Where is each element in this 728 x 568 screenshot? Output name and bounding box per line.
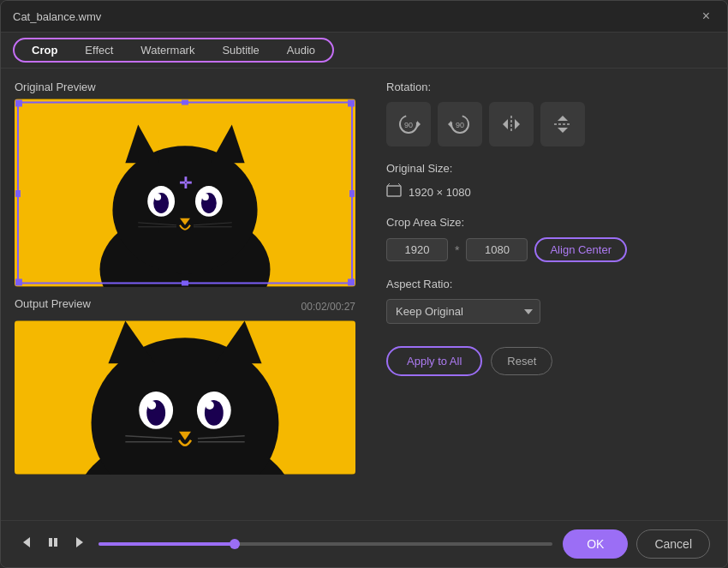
align-center-button[interactable]: Align Center <box>534 237 627 262</box>
svg-rect-22 <box>182 100 188 105</box>
original-preview-label: Original Preview <box>15 81 355 93</box>
original-size-section: Original Size: 1920 × 1080 <box>386 162 710 200</box>
crop-area-label: Crop Area Size: <box>386 216 710 229</box>
title-bar: Cat_balance.wmv × <box>1 1 727 33</box>
svg-rect-20 <box>15 278 22 285</box>
dialog-container: Cat_balance.wmv × Crop Effect Watermark … <box>0 0 728 568</box>
svg-point-2 <box>112 146 257 273</box>
close-button[interactable]: × <box>697 8 715 25</box>
play-prev-button[interactable] <box>18 535 37 553</box>
aspect-ratio-select[interactable]: Keep Original 16:9 4:3 1:1 <box>386 299 540 324</box>
svg-marker-44 <box>417 121 421 128</box>
tabs-row: Crop Effect Watermark Subtitle Audio <box>1 33 727 69</box>
output-timer: 00:02/00:27 <box>301 301 355 313</box>
output-preview-section: Output Preview 00:02/00:27 <box>15 297 355 475</box>
output-header: Output Preview 00:02/00:27 <box>15 297 355 315</box>
play-pause-button[interactable] <box>44 535 63 553</box>
svg-rect-21 <box>348 278 355 285</box>
svg-rect-24 <box>15 190 21 197</box>
progress-bar[interactable] <box>98 542 552 546</box>
rotate-cw-button[interactable]: 90 <box>386 102 431 146</box>
svg-point-9 <box>154 194 161 200</box>
rotation-buttons-group: 90 90 <box>386 102 710 146</box>
crop-height-input[interactable] <box>466 238 528 261</box>
svg-point-10 <box>202 194 209 200</box>
size-icon <box>386 183 402 200</box>
rotation-section: Rotation: 90 90 <box>386 81 710 146</box>
svg-text:90: 90 <box>404 121 413 129</box>
flip-horizontal-button[interactable] <box>489 102 534 146</box>
svg-text:✛: ✛ <box>179 175 192 192</box>
size-info: 1920 × 1080 <box>386 183 710 200</box>
crop-width-input[interactable] <box>386 238 448 261</box>
svg-rect-58 <box>49 538 52 547</box>
playback-controls <box>18 535 88 553</box>
progress-thumb <box>230 539 240 549</box>
svg-rect-25 <box>349 190 355 197</box>
original-preview-svg: ✛ <box>15 99 355 287</box>
svg-marker-47 <box>448 121 451 128</box>
svg-rect-54 <box>387 186 401 196</box>
progress-fill <box>98 542 235 546</box>
svg-marker-49 <box>503 119 508 129</box>
svg-marker-57 <box>23 537 30 547</box>
play-next-button[interactable] <box>69 535 88 553</box>
dialog-title: Cat_balance.wmv <box>13 10 101 23</box>
crop-area-inputs-row: * Align Center <box>386 237 710 262</box>
footer-buttons: OK Cancel <box>563 529 710 559</box>
svg-point-36 <box>206 401 214 410</box>
original-preview-area: ✛ <box>15 99 355 287</box>
svg-text:90: 90 <box>456 121 464 129</box>
svg-marker-52 <box>558 116 568 121</box>
tab-container: Crop Effect Watermark Subtitle Audio <box>13 38 334 63</box>
svg-rect-59 <box>54 538 57 547</box>
apply-to-all-button[interactable]: Apply to All <box>386 346 482 376</box>
svg-marker-60 <box>76 537 83 547</box>
rotation-label: Rotation: <box>386 81 710 93</box>
main-content: Original Preview <box>1 69 727 520</box>
svg-marker-50 <box>515 119 520 129</box>
cancel-button[interactable]: Cancel <box>636 529 710 559</box>
reset-button[interactable]: Reset <box>491 347 552 375</box>
left-panel: Original Preview <box>1 69 369 520</box>
tab-audio[interactable]: Audio <box>273 39 329 61</box>
flip-vertical-button[interactable] <box>540 102 585 146</box>
svg-rect-19 <box>348 100 355 107</box>
tab-effect[interactable]: Effect <box>71 39 127 61</box>
output-preview-area <box>15 320 355 475</box>
right-panel: Rotation: 90 90 <box>369 69 727 520</box>
original-preview-section: Original Preview <box>15 81 355 287</box>
crop-area-section: Crop Area Size: * Align Center <box>386 216 710 262</box>
original-size-label: Original Size: <box>386 162 710 175</box>
tab-subtitle[interactable]: Subtitle <box>208 39 272 61</box>
svg-rect-23 <box>182 280 188 285</box>
tab-watermark[interactable]: Watermark <box>127 39 208 61</box>
action-buttons-row: Apply to All Reset <box>386 346 710 376</box>
output-preview-svg <box>15 320 355 475</box>
ok-button[interactable]: OK <box>563 529 628 559</box>
bottom-bar: OK Cancel <box>1 520 727 567</box>
original-size-value: 1920 × 1080 <box>409 186 471 199</box>
svg-point-35 <box>147 401 156 410</box>
rotate-ccw-button[interactable]: 90 <box>438 102 482 146</box>
svg-marker-53 <box>558 128 568 133</box>
crop-separator: * <box>455 243 459 257</box>
svg-rect-18 <box>15 100 22 107</box>
aspect-ratio-label: Aspect Ratio: <box>386 278 710 290</box>
aspect-ratio-section: Aspect Ratio: Keep Original 16:9 4:3 1:1 <box>386 278 710 324</box>
tab-crop[interactable]: Crop <box>18 39 71 61</box>
output-preview-label: Output Preview <box>15 297 91 310</box>
